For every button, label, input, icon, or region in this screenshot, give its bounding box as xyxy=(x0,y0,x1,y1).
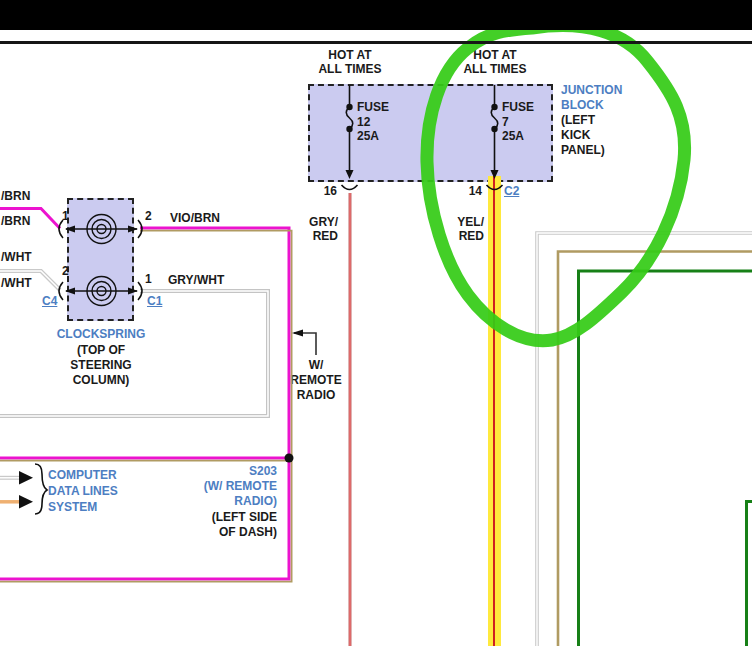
junction-block-location-line2: KICK xyxy=(561,128,590,142)
fuse7-name: FUSE xyxy=(502,100,534,114)
remote-radio-note-line2: REMOTE xyxy=(286,373,346,387)
splice-dot xyxy=(285,454,294,463)
clockspring-pin-right-top: 2 xyxy=(145,209,152,223)
connector-cup-c1-pin2 xyxy=(138,220,142,238)
wire-label-yel-red: RED xyxy=(434,229,484,243)
clockspring-location-line1: (TOP OF xyxy=(31,343,171,357)
left-wire-label-2: /BRN xyxy=(1,214,30,228)
fuse12-rating: 25A xyxy=(357,129,379,143)
pin-16: 16 xyxy=(305,184,337,198)
fuse12-name: FUSE xyxy=(357,100,389,114)
clockspring-location-line2: STEERING xyxy=(31,358,171,372)
clockspring-title: CLOCKSPRING xyxy=(31,327,171,341)
remote-radio-note-line1: W/ xyxy=(286,358,346,372)
pin-14: 14 xyxy=(450,184,482,198)
fuse7-rating: 25A xyxy=(502,129,524,143)
power-label-fuse7-line2: ALL TIMES xyxy=(451,62,539,76)
connector-c1-link[interactable]: C1 xyxy=(147,294,162,308)
connector-c2-link[interactable]: C2 xyxy=(504,184,519,198)
wire-green-far-right xyxy=(747,502,752,646)
data-lines-label-line3: SYSTEM xyxy=(48,500,97,514)
top-black-bar xyxy=(0,0,752,30)
offpage-arrow-1 xyxy=(19,471,33,485)
power-label-fuse12-line1: HOT AT xyxy=(306,48,394,62)
splice-option-line2: RADIO) xyxy=(177,494,277,508)
top-divider-line xyxy=(0,41,752,44)
clockspring-pin-left-bottom: 2 xyxy=(62,264,69,278)
connector-cup-c1-pin1 xyxy=(138,282,142,300)
clockspring-location-line3: COLUMN) xyxy=(31,373,171,387)
remote-radio-note-line3: RADIO xyxy=(286,388,346,402)
fuse12-number: 12 xyxy=(357,115,370,129)
junction-block-location-line1: (LEFT xyxy=(561,113,595,127)
offpage-arrow-2 xyxy=(19,495,33,509)
left-wire-label-3: /WHT xyxy=(1,250,32,264)
wire-gray-right xyxy=(537,233,752,646)
wire-gry-red xyxy=(348,193,352,646)
brace xyxy=(35,464,47,514)
junction-block-location-line3: PANEL) xyxy=(561,143,605,157)
wire-green-right xyxy=(579,271,752,646)
clockspring-pin-left-top: 1 xyxy=(62,209,69,223)
left-wire-label-4: /WHT xyxy=(1,276,32,290)
wire-label-vio-brn: VIO/BRN xyxy=(170,211,220,225)
clockspring-box xyxy=(67,198,134,321)
splice-id: S203 xyxy=(177,464,277,478)
wire-label-gry-red: RED xyxy=(288,229,338,243)
splice-option-line1: (W/ REMOTE xyxy=(177,479,277,493)
left-wire-label-1: /BRN xyxy=(1,189,30,203)
power-label-fuse12-line2: ALL TIMES xyxy=(306,62,394,76)
junction-block-title-line1: JUNCTION xyxy=(561,83,622,97)
clockspring-pin-right-bottom: 1 xyxy=(145,272,152,286)
wire-yel-red xyxy=(488,176,501,646)
splice-location-line1: (LEFT SIDE xyxy=(177,510,277,524)
connector-cup-c4-pin2 xyxy=(59,282,63,300)
power-label-fuse7-line1: HOT AT xyxy=(451,48,539,62)
wire-label-gry-wht: GRY/WHT xyxy=(168,273,224,287)
wiring-diagram: HOT AT ALL TIMES HOT AT ALL TIMES FUSE 1… xyxy=(0,0,752,646)
wire-label-yel: YEL/ xyxy=(434,215,484,229)
pin-16-connector-cup xyxy=(342,185,358,190)
connector-c4-link[interactable]: C4 xyxy=(42,294,57,308)
data-lines-symbols xyxy=(0,464,47,514)
fuse7-number: 7 xyxy=(502,115,509,129)
data-lines-label-line1: COMPUTER xyxy=(48,468,117,482)
remote-radio-arrow xyxy=(292,330,303,337)
wire-tan-right xyxy=(558,252,752,646)
junction-block-title-line2: BLOCK xyxy=(561,98,604,112)
remote-radio-pointer xyxy=(292,330,316,356)
data-lines-label-line2: DATA LINES xyxy=(48,484,118,498)
wire-label-gry: GRY/ xyxy=(288,215,338,229)
splice-location-line2: OF DASH) xyxy=(177,525,277,539)
